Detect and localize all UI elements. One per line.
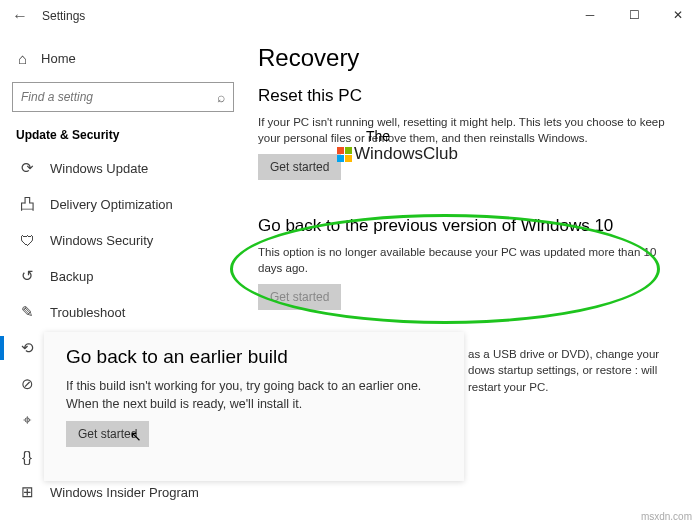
sidebar-item-label: Delivery Optimization <box>50 197 173 212</box>
reset-get-started-button[interactable]: Get started <box>258 154 341 180</box>
source-url: msxdn.com <box>641 511 692 522</box>
watermark-top: The <box>366 128 390 144</box>
goback-body: This option is no longer available becau… <box>258 244 676 276</box>
reset-body: If your PC isn't running well, resetting… <box>258 114 676 146</box>
page-title: Recovery <box>258 44 676 72</box>
sidebar-item-windows-security[interactable]: 🛡 Windows Security <box>12 222 234 258</box>
sidebar-item-label: Backup <box>50 269 93 284</box>
sidebar-item-label: Windows Security <box>50 233 153 248</box>
troubleshoot-icon: ✎ <box>18 303 36 321</box>
reset-heading: Reset this PC <box>258 86 676 106</box>
sidebar-item-label: Troubleshoot <box>50 305 125 320</box>
maximize-button[interactable]: ☐ <box>612 0 656 30</box>
home-icon: ⌂ <box>18 50 27 67</box>
delivery-icon: 凸 <box>18 195 36 214</box>
shield-icon: 🛡 <box>18 232 36 249</box>
sidebar-item-label: Windows Update <box>50 161 148 176</box>
earlier-build-popup: Go back to an earlier build If this buil… <box>44 332 464 481</box>
home-nav[interactable]: ⌂ Home <box>12 40 234 76</box>
titlebar: ← Settings ─ ☐ ✕ <box>0 0 700 32</box>
goback-heading: Go back to the previous version of Windo… <box>258 216 676 236</box>
activation-icon: ⊘ <box>18 375 36 393</box>
nav-group-title: Update & Security <box>16 128 234 142</box>
backup-icon: ↺ <box>18 267 36 285</box>
popup-body: If this build isn't working for you, try… <box>66 378 446 413</box>
window-title: Settings <box>42 9 85 23</box>
search-icon: ⌕ <box>217 89 225 105</box>
sidebar-item-troubleshoot[interactable]: ✎ Troubleshoot <box>12 294 234 330</box>
sidebar-item-windows-update[interactable]: ⟳ Windows Update <box>12 150 234 186</box>
goback-get-started-button: Get started <box>258 284 341 310</box>
popup-heading: Go back to an earlier build <box>66 346 446 368</box>
developers-icon: {} <box>18 448 36 465</box>
minimize-button[interactable]: ─ <box>568 0 612 30</box>
search-box[interactable]: ⌕ <box>12 82 234 112</box>
recovery-icon: ⟲ <box>18 339 36 357</box>
back-icon[interactable]: ← <box>12 7 36 25</box>
settings-window: ← Settings ─ ☐ ✕ ⌂ Home ⌕ Update & Secur… <box>0 0 700 526</box>
reset-pc-section: Reset this PC If your PC isn't running w… <box>258 86 676 198</box>
sidebar-item-label: Windows Insider Program <box>50 485 199 500</box>
search-input[interactable] <box>21 90 201 104</box>
window-controls: ─ ☐ ✕ <box>568 0 700 30</box>
popup-get-started-button[interactable]: Get started <box>66 421 149 447</box>
sidebar-item-backup[interactable]: ↺ Backup <box>12 258 234 294</box>
advanced-body: as a USB drive or DVD), change your dows… <box>468 346 676 394</box>
sync-icon: ⟳ <box>18 159 36 177</box>
go-back-section: Go back to the previous version of Windo… <box>258 216 676 328</box>
find-icon: ⌖ <box>18 411 36 429</box>
sidebar-item-delivery-optimization[interactable]: 凸 Delivery Optimization <box>12 186 234 222</box>
home-label: Home <box>41 51 76 66</box>
close-button[interactable]: ✕ <box>656 0 700 30</box>
insider-icon: ⊞ <box>18 483 36 501</box>
